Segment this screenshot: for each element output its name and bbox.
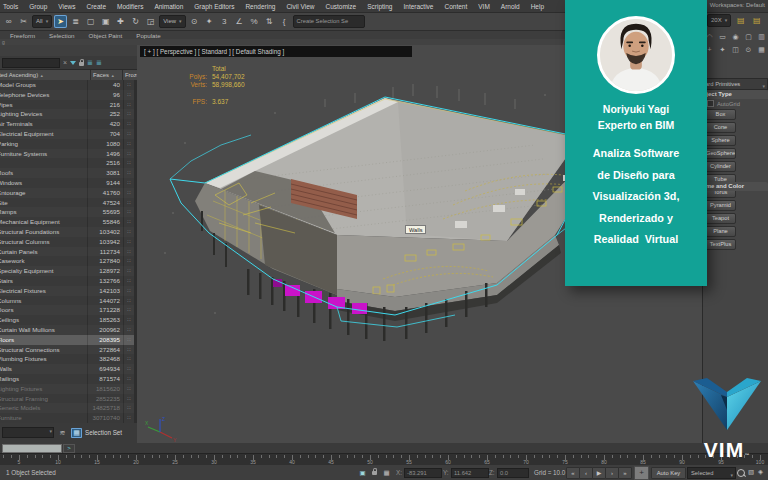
frozen-toggle-icon[interactable]: ∷	[123, 374, 134, 384]
table-row-ramps[interactable]: Ramps55695∷	[0, 207, 134, 217]
table-row-air-terminals[interactable]: Air Terminals420∷	[0, 119, 134, 129]
frozen-toggle-icon[interactable]: ∷	[123, 188, 134, 198]
frozen-toggle-icon[interactable]: ∷	[123, 354, 134, 364]
select-object-icon[interactable]: ➤	[54, 15, 67, 28]
menu-arnold[interactable]: Arnold	[501, 3, 520, 10]
menu-help[interactable]: Help	[531, 3, 544, 10]
primitive-button-box[interactable]: Box	[705, 109, 736, 120]
menu-tools[interactable]: Tools	[3, 3, 18, 10]
workspaces-label[interactable]: Workspaces: Default	[710, 2, 765, 8]
frozen-toggle-icon[interactable]: ∷	[123, 394, 134, 404]
frozen-toggle-icon[interactable]: ∷	[123, 158, 134, 168]
table-row-site[interactable]: Site47524∷	[0, 198, 134, 208]
table-row-electrical-fixtures[interactable]: Electrical Fixtures142103∷	[0, 286, 134, 296]
snaps-toggle-icon[interactable]: 3	[218, 15, 231, 28]
frozen-toggle-icon[interactable]: ∷	[123, 217, 134, 227]
set-keys-button[interactable]: +	[634, 466, 649, 480]
primitive-button-pyramid[interactable]: Pyramid	[705, 200, 736, 211]
pick-parent-icon[interactable]: ≣	[87, 58, 93, 67]
rendered-frame-icon[interactable]: ▤	[750, 14, 763, 27]
table-row-ceilings[interactable]: Ceilings185263∷	[0, 315, 134, 325]
frozen-toggle-icon[interactable]: ∷	[123, 384, 134, 394]
primitive-button-cone[interactable]: Cone	[705, 122, 736, 133]
table-row-entourage[interactable]: Entourage41760∷	[0, 188, 134, 198]
select-and-rotate-icon[interactable]: ↻	[129, 15, 142, 28]
panel-icon-1[interactable]: ▭	[718, 32, 727, 42]
frozen-toggle-icon[interactable]: ∷	[123, 139, 134, 149]
absolute-mode-icon[interactable]: ▦	[382, 468, 391, 477]
clear-search-icon[interactable]: ×	[63, 58, 67, 67]
frozen-toggle-icon[interactable]: ∷	[123, 325, 134, 335]
select-and-move-icon[interactable]: ✚	[114, 15, 127, 28]
category-icon-3[interactable]: ⊙	[744, 45, 753, 55]
menu-scripting[interactable]: Scripting	[367, 3, 392, 10]
menu-animation[interactable]: Animation	[154, 3, 183, 10]
building-model[interactable]	[155, 83, 615, 343]
select-and-scale-icon[interactable]: ◲	[144, 15, 157, 28]
frozen-toggle-icon[interactable]: ∷	[123, 168, 134, 178]
select-and-manipulate-icon[interactable]: ✦	[203, 15, 216, 28]
table-row-pipes[interactable]: Pipes216∷	[0, 100, 134, 110]
frozen-toggle-icon[interactable]: ∷	[123, 266, 134, 276]
play-button[interactable]: ▶	[592, 467, 606, 479]
y-coordinate-field[interactable]: 11.642	[451, 468, 489, 478]
frozen-toggle-icon[interactable]: ∷	[123, 276, 134, 286]
table-row-generic-models[interactable]: Generic Models14825718∷	[0, 403, 134, 413]
category-icon-1[interactable]: ✦	[718, 45, 727, 55]
unlink-selection-icon[interactable]: ✂	[17, 15, 30, 28]
frozen-toggle-icon[interactable]: ∷	[123, 403, 134, 413]
table-row-windows[interactable]: Windows9144∷	[0, 178, 134, 188]
object-type-rollout[interactable]: Object Type	[704, 90, 768, 99]
frozen-toggle-icon[interactable]: ∷	[123, 345, 134, 355]
frozen-toggle-icon[interactable]: ∷	[123, 109, 134, 119]
spinner-snap-icon[interactable]: ⇅	[263, 15, 276, 28]
primitive-button-cylinder[interactable]: Cylinder	[705, 161, 736, 172]
angle-snap-icon[interactable]: ∠	[233, 15, 246, 28]
named-sets-icon[interactable]: ≋	[57, 428, 68, 438]
table-row-parking[interactable]: Parking1080∷	[0, 139, 134, 149]
panel-icon-2[interactable]: ◉	[731, 32, 740, 42]
frozen-toggle-icon[interactable]: ∷	[123, 100, 134, 110]
frozen-toggle-icon[interactable]: ∷	[123, 364, 134, 374]
panel-icon-3[interactable]: ▢	[744, 32, 753, 42]
table-row-stairs[interactable]: Stairs132766∷	[0, 276, 134, 286]
named-selection-sets-icon[interactable]: {	[278, 15, 291, 28]
z-coordinate-field[interactable]: 0.0	[497, 468, 529, 478]
table-row-structural-columns[interactable]: Structural Columns103942∷	[0, 237, 134, 247]
reference-coordinate-dropdown[interactable]: View▾	[159, 15, 185, 28]
table-row-telephone-devices[interactable]: Telephone Devices96∷	[0, 90, 134, 100]
frozen-toggle-icon[interactable]: ∷	[123, 247, 134, 257]
frozen-toggle-icon[interactable]: ∷	[123, 305, 134, 315]
frozen-toggle-icon[interactable]: ∷	[123, 227, 134, 237]
table-row-lighting-devices[interactable]: Lighting Devices252∷	[0, 109, 134, 119]
table-row-mechanical-equipment[interactable]: Mechanical Equipment55846∷	[0, 217, 134, 227]
ribbon-tab-selection[interactable]: Selection	[49, 32, 74, 39]
menu-graph-editors[interactable]: Graph Editors	[194, 3, 234, 10]
primitive-button-sphere[interactable]: Sphere	[705, 135, 736, 146]
frozen-toggle-icon[interactable]: ∷	[123, 286, 134, 296]
menu-content[interactable]: Content	[444, 3, 467, 10]
table-row-casework[interactable]: Casework127840∷	[0, 256, 134, 266]
filter-icon[interactable]	[70, 61, 76, 65]
ribbon-tab-populate[interactable]: Populate	[136, 32, 160, 39]
menu-civil-view[interactable]: Civil View	[286, 3, 314, 10]
category-icon-2[interactable]: ◫	[731, 45, 740, 55]
table-row-lighting-fixtures[interactable]: Lighting Fixtures1815620∷	[0, 384, 134, 394]
primitive-button-textplus[interactable]: TextPlus	[705, 239, 736, 250]
table-row[interactable]: 2516∷	[0, 158, 134, 168]
render-preset-dropdown[interactable]: 20X▾	[707, 14, 731, 27]
table-row-structural-foundations[interactable]: Structural Foundations103402∷	[0, 227, 134, 237]
select-and-link-icon[interactable]: ∞	[2, 15, 15, 28]
menu-create[interactable]: Create	[87, 3, 107, 10]
auto-key-button[interactable]: Auto Key	[651, 467, 686, 479]
explorer-search-input[interactable]	[2, 58, 60, 68]
table-row-floors[interactable]: Floors208395∷	[0, 335, 134, 345]
viewport-label[interactable]: [ + ] [ Perspective ] [ Standard ] [ Def…	[140, 46, 412, 57]
frozen-toggle-icon[interactable]: ∷	[123, 80, 134, 90]
lock-icon[interactable]	[79, 62, 84, 66]
table-row-furniture-systems[interactable]: Furniture Systems1496∷	[0, 149, 134, 159]
menu-rendering[interactable]: Rendering	[245, 3, 275, 10]
percent-snap-icon[interactable]: %	[248, 15, 261, 28]
rectangular-selection-region-icon[interactable]: ▢	[84, 15, 97, 28]
frozen-toggle-icon[interactable]: ∷	[123, 149, 134, 159]
